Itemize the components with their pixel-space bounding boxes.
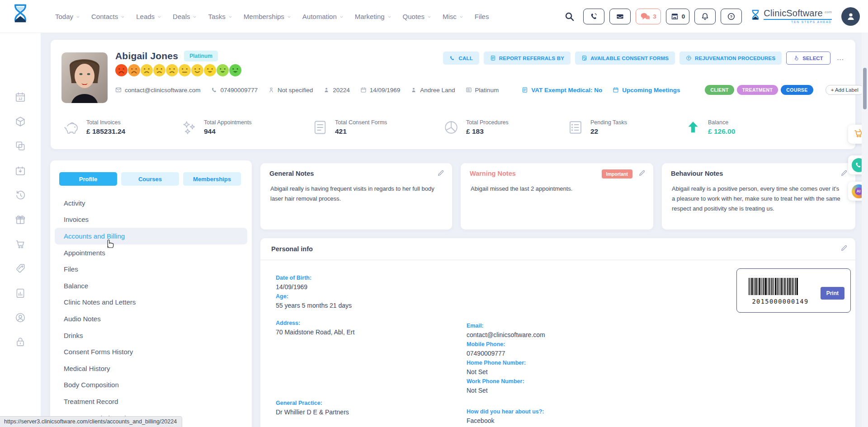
vat-exempt-link[interactable]: VAT Exempt Medical: No [522, 87, 602, 94]
more-options-button[interactable]: ... [835, 55, 846, 61]
store-button[interactable]: 0 [666, 9, 690, 24]
sidebar-item-invoices[interactable]: Invoices [55, 211, 247, 228]
procedure-icon [686, 55, 692, 61]
nav-item-today[interactable]: Today [55, 13, 80, 20]
report-referrals-button[interactable]: REPORT REFERRALS BY [484, 52, 571, 65]
field-general-practice: General Practice:Dr Whillier D E & Partn… [276, 399, 457, 417]
general-notes-body: Abigail really is having frequent visits… [270, 184, 439, 204]
tab-memberships[interactable]: Memberships [183, 172, 241, 186]
scrollbar-track [862, 33, 868, 427]
field-label: Email: [467, 322, 647, 329]
nav-item-contacts[interactable]: Contacts [91, 13, 125, 20]
mood-face-2-frown[interactable] [128, 64, 140, 76]
chat-button[interactable]: 3 [636, 9, 661, 24]
add-label-button[interactable]: + Add Label [826, 85, 864, 95]
notifications-button[interactable] [694, 9, 716, 24]
sidebar-item-balance[interactable]: Balance [55, 277, 247, 294]
mood-face-6-flat[interactable] [179, 64, 191, 76]
scrollbar-thumb[interactable] [863, 68, 867, 109]
edit-pencil-icon[interactable] [638, 169, 646, 177]
personal-info-card: Personal info Date of Birth:14/09/1969Ag… [260, 238, 855, 427]
tab-profile[interactable]: Profile [59, 172, 117, 186]
dialer-button[interactable] [583, 9, 604, 24]
edit-pencil-icon[interactable] [840, 169, 848, 177]
copy-icon[interactable] [14, 140, 26, 152]
tab-courses[interactable]: Courses [121, 172, 179, 186]
mood-face-9-grin[interactable] [217, 64, 229, 76]
calendar-12-icon[interactable]: 12 [14, 91, 26, 103]
search-icon[interactable] [564, 11, 575, 22]
nav-item-leads[interactable]: Leads [136, 13, 161, 20]
help-button[interactable]: ? [721, 9, 742, 24]
sidebar-item-clinic-notes-and-letters[interactable]: Clinic Notes and Letters [55, 294, 247, 311]
nav-item-quotes[interactable]: Quotes [403, 13, 431, 20]
calendar-icon [613, 87, 619, 93]
inbox-button[interactable] [609, 9, 631, 24]
mood-face-1-frown[interactable] [115, 64, 127, 76]
account-icon[interactable] [14, 312, 26, 324]
client-photo [61, 52, 108, 103]
nav-item-files[interactable]: Files [475, 13, 489, 20]
edit-pencil-icon[interactable] [437, 169, 445, 177]
mood-face-7-smile[interactable] [191, 64, 203, 76]
field-address: Address:70 Maidstone Road, Abl, Ert [276, 319, 457, 337]
sidebar-item-treatment-record[interactable]: Treatment Record [55, 393, 247, 410]
sidebar-item-consent-forms-history[interactable]: Consent Forms History [55, 343, 247, 360]
mood-face-10-grin[interactable] [229, 64, 241, 76]
user-avatar[interactable] [841, 7, 860, 26]
nav-item-memberships[interactable]: Memberships [244, 13, 291, 20]
mood-face-5-sad[interactable] [166, 64, 178, 76]
label-course: COURSE [781, 85, 813, 95]
rejuvenation-procedures-button[interactable]: REJUVENATION PROCEDURES [679, 52, 782, 65]
upcoming-meetings-link[interactable]: Upcoming Meetings [613, 87, 680, 94]
print-button[interactable]: Print [821, 287, 844, 300]
sidebar-item-medical-history[interactable]: Medical History [55, 360, 247, 377]
field-label: Date of Birth: [276, 274, 457, 282]
contact-phone: 07490009777 [211, 87, 258, 94]
mood-face-3-sad[interactable] [141, 64, 153, 76]
sidebar-item-drinks[interactable]: Drinks [55, 327, 247, 344]
nav-item-automation[interactable]: Automation [302, 13, 344, 20]
gift-icon[interactable] [14, 214, 26, 225]
sidebar-item-files[interactable]: Files [55, 261, 247, 277]
nav-item-deals[interactable]: Deals [173, 13, 197, 20]
field-home-phone-number: Home Phone Number:Not Set [467, 359, 647, 376]
field-label: How did you hear about us?: [467, 408, 647, 415]
edit-pencil-icon[interactable] [840, 244, 848, 252]
nav-item-tasks[interactable]: Tasks [208, 13, 232, 20]
available-consent-forms-button[interactable]: AVAILABLE CONSENT FORMS [575, 52, 675, 65]
field-label: Work Phone Number: [467, 378, 647, 385]
important-badge: Important [602, 169, 632, 178]
call-button[interactable]: CALL [443, 52, 479, 65]
status-url-bar: https://server3.clinicsoftware.com/clien… [0, 416, 182, 427]
sidebar-item-accounts-and-billing[interactable]: Accounts and Billing [55, 228, 247, 244]
chevron-down-icon [76, 15, 80, 19]
calendar-checkin-icon[interactable] [14, 165, 26, 177]
phone-icon [211, 87, 217, 93]
profile-menu: ActivityInvoicesAccounts and BillingAppo… [55, 195, 247, 426]
barcode [749, 278, 812, 295]
sidebar-item-appointments[interactable]: Appointments [55, 244, 247, 261]
behaviour-notes-card: Behaviour Notes Abigail really is a posi… [662, 163, 855, 230]
nav-item-marketing[interactable]: Marketing [355, 13, 392, 20]
nav-item-misc[interactable]: Misc [443, 13, 463, 20]
report-icon[interactable] [14, 287, 26, 299]
app-logo-icon[interactable] [11, 3, 30, 31]
lock-icon[interactable] [14, 336, 26, 348]
label-treatment: TREATMENT [737, 85, 778, 95]
mood-face-8-grin[interactable] [204, 64, 216, 76]
sidebar-item-audio-notes[interactable]: Audio Notes [55, 310, 247, 327]
select-button[interactable]: SELECT [786, 52, 830, 65]
field-label: Home Phone Number: [467, 359, 647, 366]
history-icon[interactable] [14, 189, 26, 201]
box-icon[interactable] [14, 116, 26, 127]
sidebar-item-activity[interactable]: Activity [55, 195, 247, 211]
contact-info-row: contact@clinicsoftware.com07490009777Not… [115, 85, 864, 95]
contact-person: 20224 [323, 87, 350, 94]
mood-face-4-sad[interactable] [153, 64, 165, 76]
main-nav: TodayContactsLeadsDealsTasksMembershipsA… [55, 0, 489, 33]
chevron-down-icon [459, 15, 463, 19]
tag-icon[interactable] [14, 263, 26, 274]
sidebar-item-body-composition[interactable]: Body Composition [55, 377, 247, 394]
cart-icon[interactable] [14, 238, 26, 250]
